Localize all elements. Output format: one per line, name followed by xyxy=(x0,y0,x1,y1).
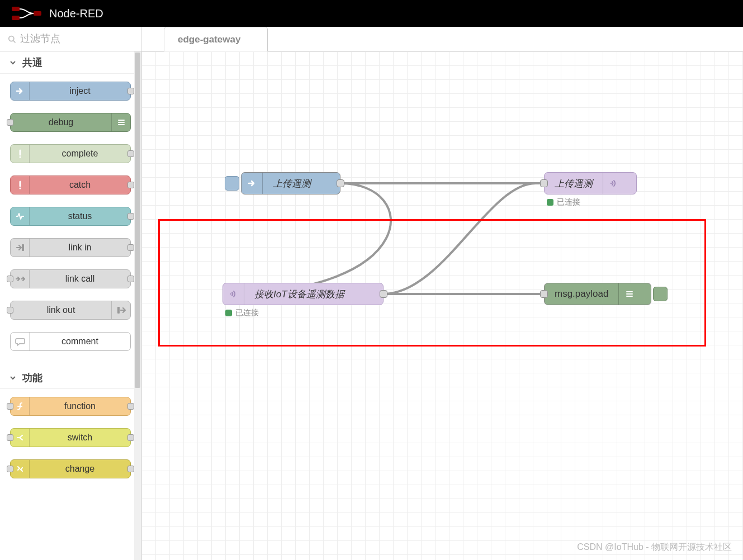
input-port[interactable] xyxy=(7,403,13,410)
inject-trigger-button[interactable] xyxy=(225,176,239,191)
palette-node-link-in[interactable]: link in xyxy=(10,238,131,257)
output-port[interactable] xyxy=(127,182,134,188)
svg-rect-6 xyxy=(12,16,20,20)
palette-node-label: link in xyxy=(30,243,130,253)
palette-node-label: link call xyxy=(30,274,130,284)
palette-node-change[interactable]: change xyxy=(10,459,131,478)
output-port[interactable] xyxy=(127,403,134,410)
palette-node-inject[interactable]: inject xyxy=(10,82,131,101)
palette-node-label: catch xyxy=(30,180,130,190)
category-header[interactable]: 共通 xyxy=(0,51,141,74)
output-port[interactable] xyxy=(127,276,134,282)
arrow-right-icon xyxy=(11,82,30,100)
palette-node-label: status xyxy=(30,211,130,221)
palette-scrollbar[interactable] xyxy=(134,51,141,560)
category-label: 功能 xyxy=(22,371,42,385)
palette-node-comment[interactable]: comment xyxy=(10,332,131,351)
pulse-icon xyxy=(11,207,30,225)
annotation-highlight xyxy=(158,219,706,347)
svg-rect-5 xyxy=(12,7,20,11)
input-port[interactable] xyxy=(7,307,13,314)
palette-node-catch[interactable]: catch xyxy=(10,175,131,194)
chevron-down-icon xyxy=(9,374,17,382)
category-header[interactable]: 功能 xyxy=(0,367,141,389)
category-label: 共通 xyxy=(22,56,42,69)
input-port[interactable] xyxy=(540,179,548,187)
app-title: Node-RED xyxy=(49,7,103,20)
app-header: Node-RED xyxy=(0,0,743,27)
input-port[interactable] xyxy=(7,466,13,472)
palette-list: 共通injectdebugcompletecatchstatuslink inl… xyxy=(0,51,141,560)
palette-node-label: comment xyxy=(30,336,130,347)
chevron-down-icon xyxy=(9,59,17,67)
palette-node-debug[interactable]: debug xyxy=(10,113,131,132)
link-in-icon xyxy=(11,239,30,257)
output-port[interactable] xyxy=(337,179,344,187)
bars-icon xyxy=(111,113,130,131)
output-port[interactable] xyxy=(127,244,134,251)
filter-input[interactable] xyxy=(20,33,133,45)
output-port[interactable] xyxy=(127,466,134,472)
excl-icon xyxy=(11,176,30,194)
flow-node-mqtt-out[interactable]: 上传遥测 已连接 xyxy=(544,172,637,194)
filter-box xyxy=(0,27,141,51)
link-call-icon xyxy=(11,270,30,288)
palette-node-label: link out xyxy=(11,305,111,315)
node-label: 上传遥测 xyxy=(263,177,321,190)
watermark-text: CSDN @IoTHub - 物联网开源技术社区 xyxy=(577,542,732,553)
palette-node-label: debug xyxy=(11,117,111,127)
svg-point-8 xyxy=(9,36,14,41)
link-out-icon xyxy=(111,301,130,319)
output-port[interactable] xyxy=(127,88,134,94)
output-port[interactable] xyxy=(127,150,134,157)
svg-rect-7 xyxy=(34,11,41,16)
output-port[interactable] xyxy=(127,434,134,441)
palette-node-label: inject xyxy=(30,86,130,96)
palette-node-function[interactable]: function xyxy=(10,397,131,416)
flow-node-inject[interactable]: 上传遥测 xyxy=(241,172,340,194)
palette-node-label: function xyxy=(30,401,130,411)
palette-node-label: change xyxy=(30,464,130,474)
comment-icon xyxy=(11,333,30,350)
output-port[interactable] xyxy=(127,213,134,220)
fn-icon xyxy=(11,397,30,415)
arrow-right-icon xyxy=(242,173,263,194)
workspace: edge-gateway 上传遥测 上传遥测 已连接 xyxy=(141,27,743,560)
node-status: 已连接 xyxy=(547,197,580,207)
input-port[interactable] xyxy=(7,276,13,282)
flow-canvas[interactable]: 上传遥测 上传遥测 已连接 接收IoT设备遥测数据 已连接 msg.payloa xyxy=(141,51,743,560)
input-port[interactable] xyxy=(7,434,13,441)
palette-node-complete[interactable]: complete xyxy=(10,144,131,163)
input-port[interactable] xyxy=(7,119,13,126)
wifi-icon xyxy=(603,173,624,194)
palette-node-label: complete xyxy=(30,149,130,159)
nodered-logo-icon xyxy=(11,6,42,21)
tabs-bar: edge-gateway xyxy=(141,27,743,51)
tab-edge-gateway[interactable]: edge-gateway xyxy=(164,27,268,51)
switch-icon xyxy=(11,429,30,447)
palette-sidebar: 共通injectdebugcompletecatchstatuslink inl… xyxy=(0,27,141,560)
palette-node-link-out[interactable]: link out xyxy=(10,301,131,320)
node-label: 上传遥测 xyxy=(545,177,603,190)
search-icon xyxy=(8,35,16,44)
change-icon xyxy=(11,460,30,478)
excl-icon xyxy=(11,145,30,163)
palette-node-label: switch xyxy=(30,433,130,443)
palette-node-status[interactable]: status xyxy=(10,207,131,226)
palette-node-link-call[interactable]: link call xyxy=(10,269,131,288)
palette-node-switch[interactable]: switch xyxy=(10,428,131,447)
